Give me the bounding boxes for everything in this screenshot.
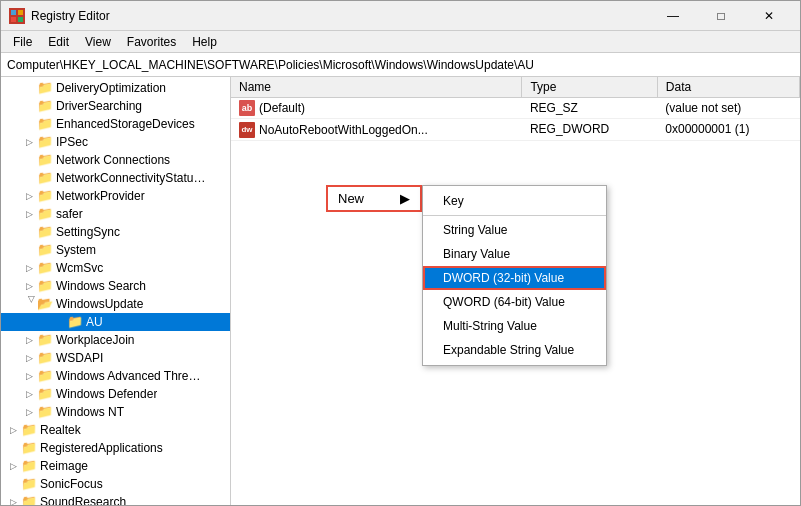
tree-item-wsdapi[interactable]: ▷ 📁 WSDAPI bbox=[1, 349, 230, 367]
expand-icon: ▷ bbox=[21, 260, 37, 276]
tree-item-workplacejoin[interactable]: ▷ 📁 WorkplaceJoin bbox=[1, 331, 230, 349]
tree-label: SoundResearch bbox=[40, 495, 126, 505]
expand-icon bbox=[5, 440, 21, 456]
tree-item-au[interactable]: 📁 AU bbox=[1, 313, 230, 331]
folder-icon: 📁 bbox=[37, 134, 53, 150]
tree-label: System bbox=[56, 243, 96, 257]
tree-item-ipsec[interactable]: ▷ 📁 IPSec bbox=[1, 133, 230, 151]
folder-icon: 📁 bbox=[37, 368, 53, 384]
folder-icon: 📁 bbox=[37, 332, 53, 348]
tree-label: Windows Defender bbox=[56, 387, 157, 401]
menu-view[interactable]: View bbox=[77, 33, 119, 51]
table-row[interactable]: ab (Default) REG_SZ (value not set) bbox=[231, 98, 800, 119]
tree-item-system[interactable]: 📁 System bbox=[1, 241, 230, 259]
app-icon bbox=[9, 8, 25, 24]
tree-item-windows-atp[interactable]: ▷ 📁 Windows Advanced Threat Prote... bbox=[1, 367, 230, 385]
tree-label: safer bbox=[56, 207, 83, 221]
folder-icon: 📁 bbox=[37, 404, 53, 420]
tree-item-sonicfocus[interactable]: 📁 SonicFocus bbox=[1, 475, 230, 493]
tree-item-networkprovider[interactable]: ▷ 📁 NetworkProvider bbox=[1, 187, 230, 205]
column-name[interactable]: Name bbox=[231, 77, 522, 98]
submenu-item-key[interactable]: Key bbox=[423, 189, 606, 213]
tree-item-reimage[interactable]: ▷ 📁 Reimage bbox=[1, 457, 230, 475]
tree-panel[interactable]: 📁 DeliveryOptimization 📁 DriverSearching… bbox=[1, 77, 231, 505]
tree-item-windows-search[interactable]: ▷ 📁 Windows Search bbox=[1, 277, 230, 295]
tree-item-enhancedstoragedevices[interactable]: 📁 EnhancedStorageDevices bbox=[1, 115, 230, 133]
new-menu-button[interactable]: New ▶ bbox=[326, 185, 422, 212]
folder-icon: 📁 bbox=[37, 188, 53, 204]
folder-icon: 📂 bbox=[37, 296, 53, 312]
submenu-item-string-value[interactable]: String Value bbox=[423, 218, 606, 242]
expand-icon bbox=[21, 98, 37, 114]
close-button[interactable]: ✕ bbox=[746, 1, 792, 31]
tree-item-windowsupdate[interactable]: ▷ 📂 WindowsUpdate bbox=[1, 295, 230, 313]
tree-label: WindowsUpdate bbox=[56, 297, 143, 311]
tree-label: WcmSvc bbox=[56, 261, 103, 275]
reg-dword-icon: dw bbox=[239, 122, 255, 138]
tree-item-network-connections[interactable]: 📁 Network Connections bbox=[1, 151, 230, 169]
tree-label: SettingSync bbox=[56, 225, 120, 239]
tree-item-wcmsvc[interactable]: ▷ 📁 WcmSvc bbox=[1, 259, 230, 277]
expand-icon bbox=[21, 170, 37, 186]
tree-label: Windows Advanced Threat Prote... bbox=[56, 369, 206, 383]
tree-label: WSDAPI bbox=[56, 351, 103, 365]
column-data[interactable]: Data bbox=[657, 77, 799, 98]
tree-item-registeredapps[interactable]: 📁 RegisteredApplications bbox=[1, 439, 230, 457]
menu-favorites[interactable]: Favorites bbox=[119, 33, 184, 51]
reg-sz-icon: ab bbox=[239, 100, 255, 116]
table-row[interactable]: dw NoAutoRebootWithLoggedOn... REG_DWORD… bbox=[231, 119, 800, 141]
address-bar: Computer\HKEY_LOCAL_MACHINE\SOFTWARE\Pol… bbox=[1, 53, 800, 77]
row-type: REG_DWORD bbox=[522, 119, 657, 141]
row-data: 0x00000001 (1) bbox=[657, 119, 799, 141]
tree-item-settingsync[interactable]: 📁 SettingSync bbox=[1, 223, 230, 241]
folder-icon: 📁 bbox=[37, 386, 53, 402]
folder-icon: 📁 bbox=[21, 422, 37, 438]
minimize-button[interactable]: — bbox=[650, 1, 696, 31]
expand-icon bbox=[21, 80, 37, 96]
tree-item-soundresearch[interactable]: ▷ 📁 SoundResearch bbox=[1, 493, 230, 505]
expand-icon: ▷ bbox=[21, 206, 37, 222]
tree-label: AU bbox=[86, 315, 103, 329]
address-text: Computer\HKEY_LOCAL_MACHINE\SOFTWARE\Pol… bbox=[7, 58, 534, 72]
row-name: dw NoAutoRebootWithLoggedOn... bbox=[231, 119, 522, 141]
submenu-separator bbox=[423, 215, 606, 216]
submenu-item-multi-string-value[interactable]: Multi-String Value bbox=[423, 314, 606, 338]
tree-label: Realtek bbox=[40, 423, 81, 437]
tree-label: Reimage bbox=[40, 459, 88, 473]
expand-icon bbox=[21, 242, 37, 258]
tree-label: DeliveryOptimization bbox=[56, 81, 166, 95]
tree-item-windows-nt[interactable]: ▷ 📁 Windows NT bbox=[1, 403, 230, 421]
tree-label: EnhancedStorageDevices bbox=[56, 117, 195, 131]
expand-icon bbox=[21, 224, 37, 240]
menu-help[interactable]: Help bbox=[184, 33, 225, 51]
tree-item-realtek[interactable]: ▷ 📁 Realtek bbox=[1, 421, 230, 439]
context-menu-area: New ▶ Key String Value Binary Value DWOR… bbox=[326, 185, 422, 212]
expand-icon bbox=[21, 152, 37, 168]
folder-icon: 📁 bbox=[21, 476, 37, 492]
folder-icon: 📁 bbox=[37, 80, 53, 96]
right-panel: Name Type Data ab (Default) bbox=[231, 77, 800, 505]
svg-rect-3 bbox=[18, 17, 23, 22]
submenu-item-expandable-string-value[interactable]: Expandable String Value bbox=[423, 338, 606, 362]
menu-edit[interactable]: Edit bbox=[40, 33, 77, 51]
folder-icon: 📁 bbox=[37, 224, 53, 240]
svg-rect-0 bbox=[11, 10, 16, 15]
folder-icon: 📁 bbox=[37, 98, 53, 114]
submenu-item-binary-value[interactable]: Binary Value bbox=[423, 242, 606, 266]
tree-item-driversearching[interactable]: 📁 DriverSearching bbox=[1, 97, 230, 115]
tree-item-windows-defender[interactable]: ▷ 📁 Windows Defender bbox=[1, 385, 230, 403]
tree-item-safer[interactable]: ▷ 📁 safer bbox=[1, 205, 230, 223]
tree-item-networkconnectivity[interactable]: 📁 NetworkConnectivityStatusIn... bbox=[1, 169, 230, 187]
menu-file[interactable]: File bbox=[5, 33, 40, 51]
column-type[interactable]: Type bbox=[522, 77, 657, 98]
expand-icon: ▷ bbox=[21, 368, 37, 384]
submenu-item-dword-value[interactable]: DWORD (32-bit) Value bbox=[423, 266, 606, 290]
folder-icon: 📁 bbox=[37, 152, 53, 168]
new-submenu: Key String Value Binary Value DWORD (32-… bbox=[422, 185, 607, 366]
expand-icon: ▷ bbox=[5, 458, 21, 474]
expand-icon: ▷ bbox=[21, 332, 37, 348]
maximize-button[interactable]: □ bbox=[698, 1, 744, 31]
submenu-item-qword-value[interactable]: QWORD (64-bit) Value bbox=[423, 290, 606, 314]
tree-item-deliveryoptimization[interactable]: 📁 DeliveryOptimization bbox=[1, 79, 230, 97]
tree-label: RegisteredApplications bbox=[40, 441, 163, 455]
